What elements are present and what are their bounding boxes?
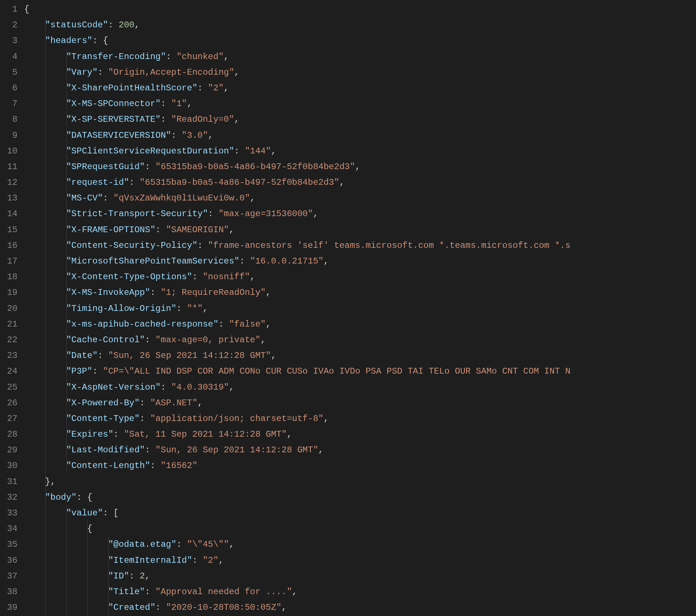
indent-guide xyxy=(66,253,67,269)
indent-guide xyxy=(45,190,46,206)
token-str: "qVsxZaWwhkq0l1LwuEvi0w.0" xyxy=(113,193,250,203)
code-line[interactable]: "Transfer-Encoding": "chunked", xyxy=(24,49,696,65)
code-line[interactable]: "X-MS-SPConnector": "1", xyxy=(24,96,696,112)
token-punct: , xyxy=(355,162,360,172)
token-key: "X-Content-Type-Options" xyxy=(66,272,192,282)
code-line[interactable]: "X-Powered-By": "ASP.NET", xyxy=(24,395,696,411)
indent-guide xyxy=(66,65,67,80)
code-line[interactable]: "SPRequestGuid": "65315ba9-b0a5-4a86-b49… xyxy=(24,159,696,175)
code-line[interactable]: "@odata.etag": "\"45\"", xyxy=(24,537,696,552)
code-line[interactable]: "Content-Type": "application/json; chars… xyxy=(24,411,696,426)
code-line[interactable]: "body": { xyxy=(24,490,696,505)
code-line[interactable]: "ItemInternalId": "2", xyxy=(24,553,696,568)
line-number: 31 xyxy=(3,474,18,490)
code-line[interactable]: "Created": "2020-10-28T08:50:05Z", xyxy=(24,600,696,615)
token-str: "Approval needed for ...." xyxy=(155,587,292,597)
indent-guide xyxy=(66,175,67,190)
token-punct: : xyxy=(161,382,171,392)
code-line[interactable]: { xyxy=(24,1,696,17)
token-key: "ItemInternalId" xyxy=(108,555,192,565)
code-line[interactable]: "Last-Modified": "Sun, 26 Sep 2021 14:12… xyxy=(24,442,696,458)
code-line[interactable]: "X-SP-SERVERSTATE": "ReadOnly=0", xyxy=(24,112,696,127)
token-str: "Sun, 26 Sep 2021 14:12:28 GMT" xyxy=(108,351,271,360)
token-str: "3.0" xyxy=(182,130,208,140)
token-key: "Timing-Allow-Origin" xyxy=(66,304,176,313)
code-editor[interactable]: 1234567891011121314151617181920212223242… xyxy=(0,0,696,616)
token-key: "Title" xyxy=(108,587,145,597)
code-line[interactable]: "X-AspNet-Version": "4.0.30319", xyxy=(24,379,696,395)
code-line[interactable]: "Content-Security-Policy": "frame-ancest… xyxy=(24,238,696,253)
token-key: "Strict-Transport-Security" xyxy=(66,209,208,219)
code-line[interactable]: "MicrosoftSharePointTeamServices": "16.0… xyxy=(24,253,696,269)
indent-guide xyxy=(45,33,46,48)
token-punct: : xyxy=(92,36,103,46)
indent-guide xyxy=(66,553,67,568)
code-line[interactable]: "headers": { xyxy=(24,33,696,48)
line-number: 24 xyxy=(3,363,18,379)
code-line[interactable]: "P3P": "CP=\"ALL IND DSP COR ADM CONo CU… xyxy=(24,363,696,379)
token-punct: , xyxy=(260,335,266,345)
token-punct: , xyxy=(229,382,234,392)
indent-guide xyxy=(66,285,67,300)
code-area[interactable]: { "statusCode": 200, "headers": { "Trans… xyxy=(24,0,696,616)
line-number: 20 xyxy=(3,301,18,316)
code-line[interactable]: }, xyxy=(24,474,696,490)
indent-guide xyxy=(45,505,46,521)
token-key: "Expires" xyxy=(66,429,113,439)
code-line[interactable]: "X-FRAME-OPTIONS": "SAMEORIGIN", xyxy=(24,222,696,238)
token-str: "frame-ancestors 'self' teams.microsoft.… xyxy=(208,241,571,250)
code-line[interactable]: "X-SharePointHealthScore": "2", xyxy=(24,80,696,96)
indent-guide xyxy=(45,395,46,411)
code-line[interactable]: "DATASERVICEVERSION": "3.0", xyxy=(24,128,696,143)
token-str: "16.0.0.21715" xyxy=(250,256,324,266)
indent-guide xyxy=(108,553,109,568)
code-line[interactable]: "Strict-Transport-Security": "max-age=31… xyxy=(24,206,696,222)
token-punct: : xyxy=(240,256,250,266)
line-number: 5 xyxy=(3,65,18,80)
token-str: "false" xyxy=(229,319,266,329)
code-line[interactable]: "SPClientServiceRequestDuration": "144", xyxy=(24,143,696,159)
code-line[interactable]: "Timing-Allow-Origin": "*", xyxy=(24,301,696,316)
indent-guide xyxy=(45,363,46,379)
code-line[interactable]: "Title": "Approval needed for ....", xyxy=(24,584,696,600)
code-line[interactable]: "Expires": "Sat, 11 Sep 2021 14:12:28 GM… xyxy=(24,426,696,442)
token-punct: : xyxy=(166,52,177,62)
indent-guide xyxy=(45,379,46,395)
token-punct: , xyxy=(219,555,224,565)
token-key: "Content-Security-Policy" xyxy=(66,241,197,250)
code-line[interactable]: "Content-Length": "16562" xyxy=(24,458,696,473)
line-number: 12 xyxy=(3,175,18,190)
indent-guide xyxy=(66,442,67,458)
code-line[interactable]: "Cache-Control": "max-age=0, private", xyxy=(24,332,696,348)
code-line[interactable]: { xyxy=(24,521,696,537)
code-line[interactable]: "MS-CV": "qVsxZaWwhkq0l1LwuEvi0w.0", xyxy=(24,190,696,206)
code-line[interactable]: "X-MS-InvokeApp": "1; RequireReadOnly", xyxy=(24,285,696,300)
indent-guide xyxy=(87,600,88,615)
token-punct: : xyxy=(77,492,87,502)
token-punct: : xyxy=(103,193,113,203)
line-number: 34 xyxy=(3,521,18,537)
token-str: "ASP.NET" xyxy=(150,398,198,408)
code-line[interactable]: "Vary": "Origin,Accept-Encoding", xyxy=(24,65,696,80)
indent-guide xyxy=(45,17,46,33)
line-number: 17 xyxy=(3,253,18,269)
line-number: 21 xyxy=(3,316,18,332)
indent-guide xyxy=(45,159,46,175)
code-line[interactable]: "request-id": "65315ba9-b0a5-4a86-b497-5… xyxy=(24,175,696,190)
token-key: "P3P" xyxy=(66,366,92,376)
indent-guide xyxy=(87,584,88,600)
code-line[interactable]: "statusCode": 200, xyxy=(24,17,696,33)
code-line[interactable]: "X-Content-Type-Options": "nosniff", xyxy=(24,269,696,285)
token-num: 200 xyxy=(119,20,134,30)
code-line[interactable]: "x-ms-apihub-cached-response": "false", xyxy=(24,316,696,332)
code-line[interactable]: "ID": 2, xyxy=(24,568,696,584)
indent-guide xyxy=(87,537,88,552)
indent-guide xyxy=(87,521,88,537)
line-number: 26 xyxy=(3,395,18,411)
indent-guide xyxy=(66,269,67,285)
line-number: 18 xyxy=(3,269,18,285)
code-line[interactable]: "value": [ xyxy=(24,505,696,521)
line-number: 13 xyxy=(3,190,18,206)
token-str: "CP=\"ALL IND DSP COR ADM CONo CUR CUSo … xyxy=(103,366,571,376)
code-line[interactable]: "Date": "Sun, 26 Sep 2021 14:12:28 GMT", xyxy=(24,348,696,363)
